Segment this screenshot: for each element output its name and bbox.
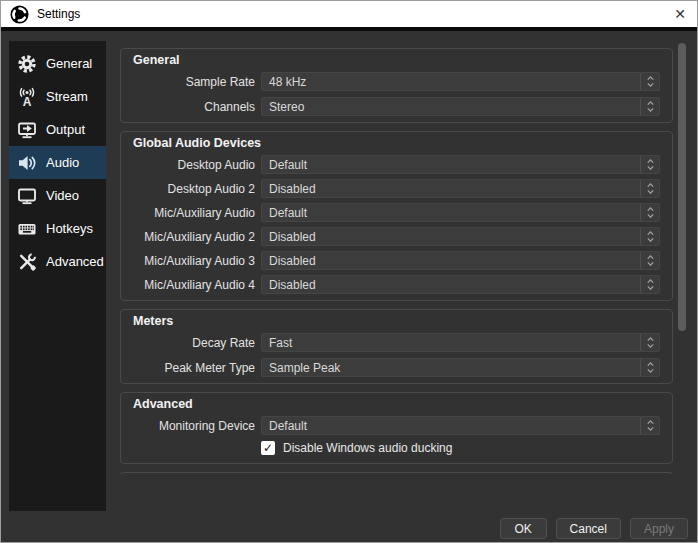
section-title: Advanced: [133, 397, 660, 411]
field-label: Sample Rate: [133, 75, 255, 89]
tools-icon: [16, 251, 38, 273]
sidebar-item-label: General: [46, 56, 92, 71]
section-advanced: Advanced Monitoring Device Default ✓ Dis…: [120, 392, 673, 464]
sidebar-item-general[interactable]: General: [9, 47, 106, 80]
desktop-audio-select[interactable]: Default: [261, 155, 660, 174]
monitor-icon: [16, 185, 38, 207]
audio-settings-panel: General Sample Rate 48 kHz Channels Ster…: [120, 41, 673, 474]
field-label: Mic/Auxiliary Audio 4: [133, 278, 255, 292]
combo-value: Sample Peak: [269, 361, 340, 375]
decay-rate-select[interactable]: Fast: [261, 333, 660, 352]
settings-row: Monitoring Device Default: [133, 416, 660, 435]
combo-value: Disabled: [269, 230, 316, 244]
combo-value: Stereo: [269, 100, 304, 114]
section-title: Meters: [133, 314, 660, 328]
combo-value: Disabled: [269, 278, 316, 292]
sidebar-item-label: Output: [46, 122, 85, 137]
settings-row: Decay Rate Fast: [133, 333, 660, 352]
field-label: Peak Meter Type: [133, 361, 255, 375]
settings-window: Settings ✕ General A Stre: [0, 0, 698, 543]
cancel-button[interactable]: Cancel: [556, 518, 621, 539]
spinner-arrows-icon: [640, 228, 659, 245]
sidebar-item-output[interactable]: Output: [9, 113, 106, 146]
sidebar-item-video[interactable]: Video: [9, 179, 106, 212]
spinner-arrows-icon: [640, 334, 659, 351]
field-label: Desktop Audio: [133, 158, 255, 172]
spinner-arrows-icon: [640, 276, 659, 293]
output-icon: [16, 119, 38, 141]
obs-logo-icon: [10, 5, 29, 24]
sidebar-item-label: Audio: [46, 155, 79, 170]
speaker-icon: [16, 152, 38, 174]
disable-audio-ducking-row: ✓ Disable Windows audio ducking: [261, 441, 660, 455]
mic-auxiliary-audio-2-select[interactable]: Disabled: [261, 227, 660, 246]
disable-audio-ducking-checkbox[interactable]: ✓: [261, 441, 275, 455]
combo-value: Disabled: [269, 182, 316, 196]
section-meters: Meters Decay Rate Fast Peak Meter Type S…: [120, 309, 673, 384]
dialog-buttons: OK Cancel Apply: [500, 518, 688, 539]
mic-auxiliary-audio-4-select[interactable]: Disabled: [261, 275, 660, 294]
ok-button[interactable]: OK: [500, 518, 547, 539]
combo-value: 48 kHz: [269, 75, 306, 89]
sample-rate-select[interactable]: 48 kHz: [261, 72, 660, 91]
spinner-arrows-icon: [640, 204, 659, 221]
settings-row: Peak Meter Type Sample Peak: [133, 358, 660, 377]
field-label: Channels: [133, 100, 255, 114]
close-icon[interactable]: ✕: [663, 1, 697, 27]
monitoring-device-select[interactable]: Default: [261, 416, 660, 435]
svg-text:A: A: [23, 94, 32, 108]
window-title: Settings: [37, 7, 80, 21]
settings-row: Mic/Auxiliary Audio Default: [133, 203, 660, 222]
broadcast-icon: A: [16, 86, 38, 108]
peak-meter-type-select[interactable]: Sample Peak: [261, 358, 660, 377]
spinner-arrows-icon: [640, 73, 659, 90]
mic-auxiliary-audio-3-select[interactable]: Disabled: [261, 251, 660, 270]
field-label: Mic/Auxiliary Audio 2: [133, 230, 255, 244]
section-hotkeys: Hotkeys: [120, 472, 673, 474]
spinner-arrows-icon: [640, 417, 659, 434]
combo-value: Default: [269, 419, 307, 433]
settings-row: Channels Stereo: [133, 97, 660, 116]
combo-value: Default: [269, 158, 307, 172]
content-scrollbar[interactable]: [678, 41, 686, 474]
spinner-arrows-icon: [640, 180, 659, 197]
settings-row: Mic/Auxiliary Audio 2 Disabled: [133, 227, 660, 246]
sidebar-item-advanced[interactable]: Advanced: [9, 245, 106, 278]
sidebar-item-stream[interactable]: A Stream: [9, 80, 106, 113]
combo-value: Default: [269, 206, 307, 220]
settings-row: Sample Rate 48 kHz: [133, 72, 660, 91]
settings-row: Mic/Auxiliary Audio 4 Disabled: [133, 275, 660, 294]
spinner-arrows-icon: [640, 252, 659, 269]
settings-row: Desktop Audio Default: [133, 155, 660, 174]
section-title: Global Audio Devices: [133, 136, 660, 150]
sidebar-item-label: Advanced: [46, 254, 104, 269]
spinner-arrows-icon: [640, 98, 659, 115]
field-label: Decay Rate: [133, 336, 255, 350]
sidebar-item-audio[interactable]: Audio: [9, 146, 106, 179]
combo-value: Fast: [269, 336, 292, 350]
section-title: General: [133, 53, 660, 67]
desktop-audio-2-select[interactable]: Disabled: [261, 179, 660, 198]
field-label: Mic/Auxiliary Audio: [133, 206, 255, 220]
field-label: Mic/Auxiliary Audio 3: [133, 254, 255, 268]
sidebar-item-label: Stream: [46, 89, 88, 104]
settings-row: Desktop Audio 2 Disabled: [133, 179, 660, 198]
section-global-audio-devices: Global Audio Devices Desktop Audio Defau…: [120, 131, 673, 301]
combo-value: Disabled: [269, 254, 316, 268]
spinner-arrows-icon: [640, 359, 659, 376]
mic-auxiliary-audio-select[interactable]: Default: [261, 203, 660, 222]
settings-row: Mic/Auxiliary Audio 3 Disabled: [133, 251, 660, 270]
field-label: Desktop Audio 2: [133, 182, 255, 196]
checkmark-icon: ✓: [263, 442, 273, 454]
field-label: Monitoring Device: [133, 419, 255, 433]
apply-button[interactable]: Apply: [630, 518, 688, 539]
channels-select[interactable]: Stereo: [261, 97, 660, 116]
gear-icon: [16, 53, 38, 75]
sidebar-item-label: Video: [46, 188, 79, 203]
settings-sidebar: General A Stream Output: [9, 41, 106, 511]
checkbox-label: Disable Windows audio ducking: [283, 441, 452, 455]
keyboard-icon: [16, 218, 38, 240]
scrollbar-thumb[interactable]: [678, 43, 686, 331]
sidebar-item-hotkeys[interactable]: Hotkeys: [9, 212, 106, 245]
title-bar: Settings ✕: [1, 1, 697, 31]
